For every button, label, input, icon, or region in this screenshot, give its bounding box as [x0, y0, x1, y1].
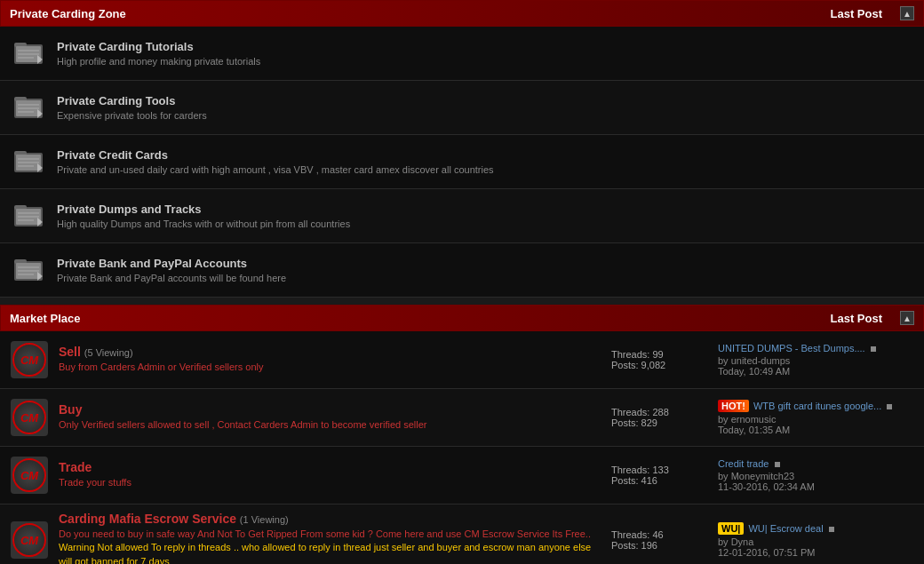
- cm-logo-buy: CM: [12, 401, 46, 434]
- forum-row-tutorials: Private Carding Tutorials High profile a…: [0, 27, 924, 81]
- market-info-trade: Trade Trade your stuffs: [59, 460, 602, 489]
- forum-row-tools: Private Carding Tools Expensive private …: [0, 81, 924, 135]
- forum-desc-bank: Private Bank and PayPal accounts will be…: [57, 273, 913, 283]
- market-title-sell[interactable]: Sell (5 Viewing): [59, 345, 602, 359]
- forum-row-credit-cards: Private Credit Cards Private and un-used…: [0, 135, 924, 189]
- forum-desc-credit-cards: Private and un-used daily card with high…: [57, 164, 913, 175]
- folder-icon-bank: [11, 252, 46, 288]
- private-zone-header: Private Carding Zone Last Post ▲: [0, 0, 924, 27]
- lastpost-title-trade[interactable]: Credit trade: [718, 458, 913, 469]
- lastpost-time-sell: Today, 10:49 AM: [718, 366, 913, 377]
- market-stats-buy: Threads: 288 Posts: 829: [602, 407, 718, 428]
- scroll-icon-top[interactable]: ▲: [900, 6, 914, 20]
- threads-escrow: Threads: 46: [611, 529, 709, 540]
- threads-trade: Threads: 133: [611, 465, 709, 475]
- market-title-buy[interactable]: Buy: [59, 402, 602, 417]
- posts-buy: Posts: 829: [611, 417, 709, 428]
- forum-title-dumps[interactable]: Private Dumps and Tracks: [57, 203, 913, 216]
- lastpost-by-escrow: by Dyna: [718, 536, 913, 547]
- private-zone-section: Private Carding Zone Last Post ▲ Private…: [0, 0, 924, 298]
- lastpost-time-buy: Today, 01:35 AM: [718, 425, 913, 435]
- folder-icon-tools: [11, 90, 46, 125]
- posts-trade: Posts: 416: [611, 475, 709, 486]
- folder-icon-credit-cards: [11, 144, 46, 179]
- market-stats-sell: Threads: 99 Posts: 9,082: [602, 349, 718, 370]
- forum-info-bank: Private Bank and PayPal Accounts Private…: [57, 257, 913, 283]
- private-zone-title: Private Carding Zone: [10, 7, 126, 20]
- market-row-trade: CM Trade Trade your stuffs Threads: 133 …: [0, 447, 924, 504]
- market-row-buy: CM Buy Only Verified sellers allowed to …: [0, 389, 924, 447]
- forum-desc-tutorials: High profile and money making private tu…: [57, 56, 913, 67]
- new-post-icon-escrow: [829, 527, 834, 532]
- lastpost-time-trade: 11-30-2016, 02:34 AM: [718, 481, 913, 492]
- lastpost-time-escrow: 12-01-2016, 07:51 PM: [718, 547, 913, 558]
- market-desc-sell: Buy from Carders Admin or Verified selle…: [59, 361, 602, 374]
- forum-info-tutorials: Private Carding Tutorials High profile a…: [57, 40, 913, 67]
- forum-title-credit-cards[interactable]: Private Credit Cards: [57, 148, 913, 162]
- market-stats-escrow: Threads: 46 Posts: 196: [602, 529, 718, 551]
- viewing-escrow: (1 Viewing): [240, 514, 289, 525]
- market-lastpost-escrow: WU| WU| Escrow deal by Dyna 12-01-2016, …: [718, 522, 913, 558]
- cm-logo-escrow: CM: [12, 523, 46, 557]
- new-post-icon-trade: [775, 462, 780, 467]
- posts-escrow: Posts: 196: [611, 540, 709, 551]
- market-info-escrow: Carding Mafia Escrow Service (1 Viewing)…: [59, 512, 602, 564]
- cm-logo-sell: CM: [12, 343, 46, 377]
- threads-buy: Threads: 288: [611, 407, 709, 417]
- forum-title-bank[interactable]: Private Bank and PayPal Accounts: [57, 257, 913, 270]
- market-icon-sell: CM: [11, 341, 48, 378]
- market-lastpost-buy: HOT! WTB gift card itunes google... by e…: [718, 400, 913, 435]
- private-zone-last-post-label: Last Post: [830, 7, 882, 20]
- marketplace-header: Market Place Last Post ▲: [0, 305, 924, 331]
- forum-title-tutorials[interactable]: Private Carding Tutorials: [57, 40, 913, 53]
- lastpost-title-sell[interactable]: UNITED DUMPS - Best Dumps....: [718, 343, 913, 353]
- market-row-sell: CM Sell (5 Viewing) Buy from Carders Adm…: [0, 331, 924, 389]
- forum-info-tools: Private Carding Tools Expensive private …: [57, 94, 913, 121]
- forum-title-tools[interactable]: Private Carding Tools: [57, 94, 913, 107]
- marketplace-section: Market Place Last Post ▲ CM Sell (5 View…: [0, 305, 924, 564]
- forum-info-credit-cards: Private Credit Cards Private and un-used…: [57, 148, 913, 175]
- folder-icon-dumps: [11, 198, 46, 234]
- folder-icon-tutorials: [11, 36, 46, 71]
- market-title-trade[interactable]: Trade: [59, 460, 602, 474]
- forum-info-dumps: Private Dumps and Tracks High quality Du…: [57, 203, 913, 229]
- market-desc-trade: Trade your stuffs: [59, 476, 602, 489]
- market-row-escrow: CM Carding Mafia Escrow Service (1 Viewi…: [0, 504, 924, 564]
- market-icon-trade: CM: [11, 457, 48, 494]
- market-icon-escrow: CM: [11, 521, 48, 559]
- lastpost-title-escrow[interactable]: WU| WU| Escrow deal: [718, 522, 913, 535]
- lastpost-by-sell: by united-dumps: [718, 355, 913, 366]
- threads-sell: Threads: 99: [611, 349, 709, 360]
- market-icon-buy: CM: [11, 399, 48, 436]
- marketplace-last-post-label: Last Post: [830, 312, 882, 325]
- lastpost-by-buy: by ernomusic: [718, 414, 913, 425]
- lastpost-by-trade: by Moneymitch23: [718, 471, 913, 481]
- new-post-icon-sell: [871, 346, 876, 352]
- forum-row-dumps: Private Dumps and Tracks High quality Du…: [0, 189, 924, 243]
- market-title-escrow[interactable]: Carding Mafia Escrow Service (1 Viewing): [59, 512, 602, 526]
- scroll-icon-marketplace[interactable]: ▲: [900, 311, 914, 325]
- forum-desc-dumps: High quality Dumps and Tracks with or wi…: [57, 218, 913, 229]
- wu-badge: WU|: [718, 522, 744, 535]
- market-desc-buy: Only Verified sellers allowed to sell , …: [59, 418, 602, 432]
- market-desc-escrow: Do you need to buy in safe way And Not T…: [59, 528, 602, 564]
- market-lastpost-sell: UNITED DUMPS - Best Dumps.... by united-…: [718, 343, 913, 377]
- escrow-warning: Warning Not allowed To reply in threads …: [59, 542, 591, 564]
- market-info-buy: Buy Only Verified sellers allowed to sel…: [59, 402, 602, 432]
- market-info-sell: Sell (5 Viewing) Buy from Carders Admin …: [59, 345, 602, 374]
- marketplace-title: Market Place: [10, 312, 81, 325]
- market-lastpost-trade: Credit trade by Moneymitch23 11-30-2016,…: [718, 458, 913, 492]
- lastpost-title-buy[interactable]: HOT! WTB gift card itunes google...: [718, 400, 913, 412]
- forum-row-bank: Private Bank and PayPal Accounts Private…: [0, 243, 924, 298]
- viewing-sell: (5 Viewing): [84, 347, 133, 358]
- posts-sell: Posts: 9,082: [611, 360, 709, 370]
- cm-logo-trade: CM: [12, 458, 46, 492]
- hot-badge: HOT!: [718, 400, 749, 412]
- new-post-icon-buy: [887, 404, 892, 409]
- forum-desc-tools: Expensive private tools for carders: [57, 110, 913, 121]
- market-stats-trade: Threads: 133 Posts: 416: [602, 465, 718, 486]
